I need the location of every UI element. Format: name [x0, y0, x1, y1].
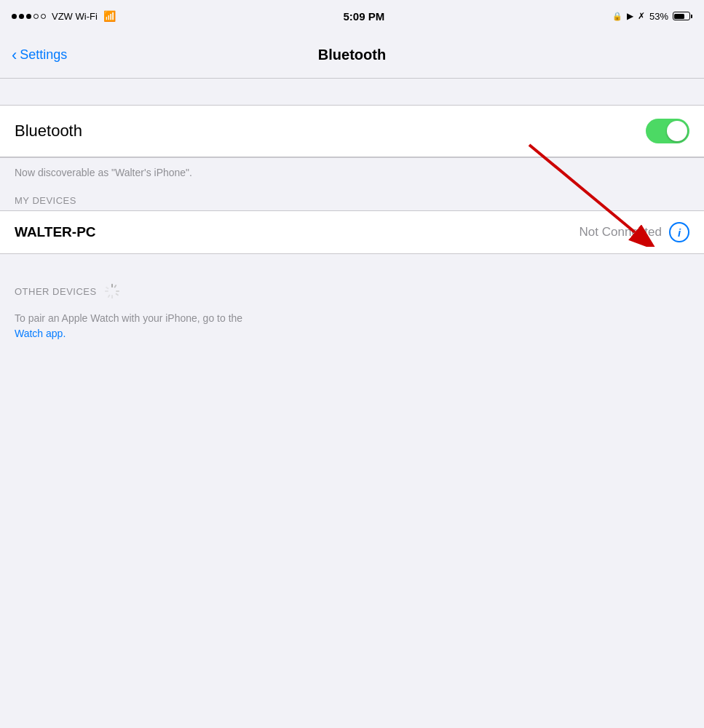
back-label: Settings: [20, 47, 67, 63]
device-info-button[interactable]: i: [669, 222, 689, 242]
watch-app-link[interactable]: Watch app.: [15, 328, 66, 339]
status-time: 5:09 PM: [344, 10, 385, 23]
discoverable-text: Now discoverable as "Walter's iPhone".: [15, 165, 689, 181]
device-row: WALTER-PC Not Connected i: [0, 210, 704, 254]
location-icon: ▶: [627, 11, 633, 21]
bluetooth-toggle[interactable]: [646, 119, 689, 143]
other-devices-header-row: OTHER DEVICES: [15, 283, 689, 299]
bluetooth-status-icon: ✗: [638, 11, 645, 21]
page-title: Bluetooth: [318, 47, 386, 63]
svg-line-7: [108, 296, 109, 297]
nav-bar: ‹ Settings Bluetooth: [0, 32, 704, 79]
back-button[interactable]: ‹ Settings: [12, 47, 67, 63]
battery-icon: [673, 12, 692, 20]
section-gap-2: [0, 254, 704, 269]
other-devices-desc: To pair an Apple Watch with your iPhone,…: [15, 311, 689, 341]
back-chevron-icon: ‹: [12, 47, 17, 63]
wifi-icon: 📶: [103, 10, 116, 22]
section-gap-1: [0, 79, 704, 105]
svg-line-3: [114, 285, 116, 287]
battery-percent: 53%: [649, 11, 668, 22]
other-devices-section: OTHER DEVICES To pair an Apple Watch wit…: [0, 269, 704, 349]
bluetooth-label: Bluetooth: [15, 122, 82, 141]
status-right: 🔒 ▶ ✗ 53%: [612, 11, 692, 22]
signal-dot-4: [33, 14, 39, 19]
signal-dot-5: [41, 14, 46, 19]
device-status-group: Not Connected i: [580, 222, 689, 242]
bluetooth-row: Bluetooth: [0, 106, 704, 157]
signal-dot-2: [19, 14, 24, 19]
carrier-label: VZW Wi-Fi: [52, 11, 98, 22]
bluetooth-toggle-section: Bluetooth: [0, 105, 704, 157]
battery-fill: [674, 14, 684, 19]
device-status-text: Not Connected: [580, 225, 662, 240]
loading-spinner-icon: [104, 283, 120, 299]
battery-tip: [691, 15, 692, 18]
toggle-knob: [667, 121, 687, 141]
other-devices-desc-text: To pair an Apple Watch with your iPhone,…: [15, 312, 242, 324]
battery-body: [673, 12, 690, 20]
signal-strength: [12, 14, 46, 19]
signal-dot-1: [12, 14, 17, 19]
other-devices-label: OTHER DEVICES: [15, 286, 97, 297]
status-left: VZW Wi-Fi 📶: [12, 10, 116, 22]
status-bar: VZW Wi-Fi 📶 5:09 PM 🔒 ▶ ✗ 53%: [0, 0, 704, 32]
signal-dot-3: [26, 14, 31, 19]
device-name: WALTER-PC: [15, 224, 96, 240]
discoverable-section: Now discoverable as "Walter's iPhone".: [0, 157, 704, 181]
my-devices-header: MY DEVICES: [0, 181, 704, 210]
svg-line-9: [106, 288, 108, 289]
svg-line-5: [116, 294, 117, 296]
lock-icon: 🔒: [612, 12, 622, 21]
